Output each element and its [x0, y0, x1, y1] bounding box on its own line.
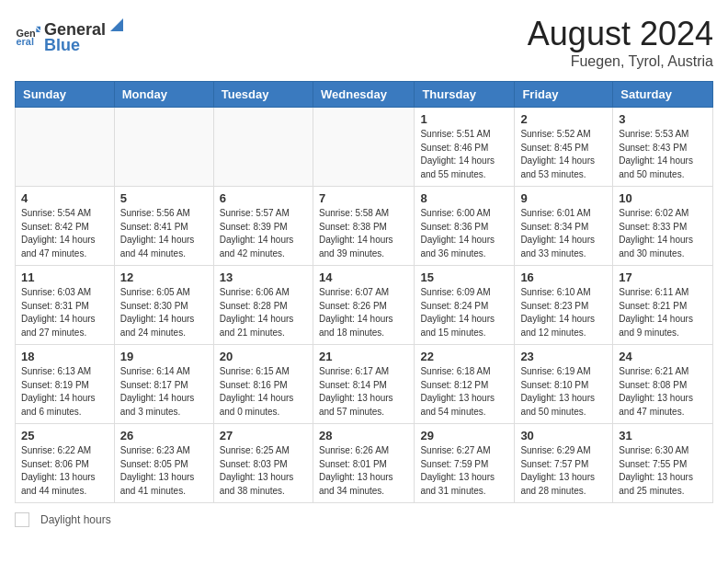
day-number: 26	[120, 429, 208, 442]
calendar-subtitle: Fuegen, Tyrol, Austria	[528, 53, 713, 70]
calendar-cell: 27Sunrise: 6:25 AM Sunset: 8:03 PM Dayli…	[213, 424, 313, 503]
day-info: Sunrise: 6:22 AM Sunset: 8:06 PM Dayligh…	[21, 444, 108, 498]
day-number: 8	[420, 191, 508, 205]
calendar-cell: 26Sunrise: 6:23 AM Sunset: 8:05 PM Dayli…	[114, 424, 213, 503]
day-info: Sunrise: 6:02 AM Sunset: 8:33 PM Dayligh…	[619, 207, 707, 260]
week-row-5: 25Sunrise: 6:22 AM Sunset: 8:06 PM Dayli…	[16, 424, 713, 503]
calendar-cell: 31Sunrise: 6:30 AM Sunset: 7:55 PM Dayli…	[613, 424, 713, 503]
day-number: 1	[420, 112, 508, 126]
day-number: 6	[220, 191, 307, 205]
calendar-cell: 19Sunrise: 6:14 AM Sunset: 8:17 PM Dayli…	[114, 345, 213, 424]
logo: Gen eral General Blue	[15, 15, 128, 55]
calendar-cell: 4Sunrise: 5:54 AM Sunset: 8:42 PM Daylig…	[16, 187, 115, 266]
day-number: 18	[21, 350, 108, 363]
calendar-cell: 16Sunrise: 6:10 AM Sunset: 8:23 PM Dayli…	[515, 266, 613, 345]
day-number: 5	[120, 191, 208, 205]
logo-text: General Blue	[44, 15, 128, 55]
day-info: Sunrise: 6:06 AM Sunset: 8:28 PM Dayligh…	[220, 286, 307, 339]
week-row-3: 11Sunrise: 6:03 AM Sunset: 8:31 PM Dayli…	[16, 266, 713, 345]
day-info: Sunrise: 6:29 AM Sunset: 7:57 PM Dayligh…	[520, 444, 607, 498]
legend-label: Daylight hours	[40, 513, 111, 526]
svg-marker-4	[110, 18, 123, 31]
calendar-table: Sunday Monday Tuesday Wednesday Thursday…	[15, 81, 713, 503]
day-info: Sunrise: 6:05 AM Sunset: 8:30 PM Dayligh…	[120, 286, 208, 339]
day-number: 21	[319, 350, 408, 363]
day-info: Sunrise: 6:21 AM Sunset: 8:08 PM Dayligh…	[619, 365, 707, 419]
day-info: Sunrise: 5:52 AM Sunset: 8:45 PM Dayligh…	[520, 128, 607, 181]
calendar-cell: 12Sunrise: 6:05 AM Sunset: 8:30 PM Dayli…	[114, 266, 213, 345]
day-info: Sunrise: 6:01 AM Sunset: 8:34 PM Dayligh…	[520, 207, 607, 260]
day-number: 9	[520, 191, 607, 205]
day-info: Sunrise: 5:57 AM Sunset: 8:39 PM Dayligh…	[220, 207, 307, 260]
calendar-footer: Daylight hours	[15, 512, 713, 527]
calendar-cell: 21Sunrise: 6:17 AM Sunset: 8:14 PM Dayli…	[313, 345, 414, 424]
header-saturday: Saturday	[613, 82, 713, 108]
day-info: Sunrise: 6:25 AM Sunset: 8:03 PM Dayligh…	[220, 444, 307, 498]
calendar-cell	[16, 108, 115, 187]
calendar-cell: 24Sunrise: 6:21 AM Sunset: 8:08 PM Dayli…	[613, 345, 713, 424]
day-info: Sunrise: 6:13 AM Sunset: 8:19 PM Dayligh…	[21, 365, 108, 419]
page-header: Gen eral General Blue August 2024 Fuegen…	[15, 15, 713, 70]
calendar-cell: 20Sunrise: 6:15 AM Sunset: 8:16 PM Dayli…	[213, 345, 313, 424]
day-number: 19	[120, 350, 208, 363]
day-info: Sunrise: 6:18 AM Sunset: 8:12 PM Dayligh…	[420, 365, 508, 419]
calendar-cell: 5Sunrise: 5:56 AM Sunset: 8:41 PM Daylig…	[114, 187, 213, 266]
day-info: Sunrise: 6:14 AM Sunset: 8:17 PM Dayligh…	[120, 365, 208, 419]
day-info: Sunrise: 6:10 AM Sunset: 8:23 PM Dayligh…	[520, 286, 607, 339]
day-info: Sunrise: 6:15 AM Sunset: 8:16 PM Dayligh…	[220, 365, 307, 419]
day-info: Sunrise: 6:03 AM Sunset: 8:31 PM Dayligh…	[21, 286, 108, 339]
day-info: Sunrise: 6:00 AM Sunset: 8:36 PM Dayligh…	[420, 207, 508, 260]
calendar-cell: 13Sunrise: 6:06 AM Sunset: 8:28 PM Dayli…	[213, 266, 313, 345]
day-info: Sunrise: 5:53 AM Sunset: 8:43 PM Dayligh…	[619, 128, 707, 181]
week-row-2: 4Sunrise: 5:54 AM Sunset: 8:42 PM Daylig…	[16, 187, 713, 266]
day-number: 2	[520, 112, 607, 126]
day-info: Sunrise: 5:51 AM Sunset: 8:46 PM Dayligh…	[420, 128, 508, 181]
calendar-cell: 8Sunrise: 6:00 AM Sunset: 8:36 PM Daylig…	[415, 187, 515, 266]
calendar-cell	[213, 108, 313, 187]
calendar-cell: 22Sunrise: 6:18 AM Sunset: 8:12 PM Dayli…	[415, 345, 515, 424]
svg-text:eral: eral	[17, 36, 34, 47]
day-info: Sunrise: 5:56 AM Sunset: 8:41 PM Dayligh…	[120, 207, 208, 260]
calendar-cell	[114, 108, 213, 187]
calendar-cell: 7Sunrise: 5:58 AM Sunset: 8:38 PM Daylig…	[313, 187, 414, 266]
day-number: 23	[520, 350, 607, 363]
day-info: Sunrise: 6:30 AM Sunset: 7:55 PM Dayligh…	[619, 444, 707, 498]
header-monday: Monday	[114, 82, 213, 108]
calendar-cell: 30Sunrise: 6:29 AM Sunset: 7:57 PM Dayli…	[515, 424, 613, 503]
day-number: 4	[21, 191, 108, 205]
day-info: Sunrise: 6:26 AM Sunset: 8:01 PM Dayligh…	[319, 444, 408, 498]
day-number: 27	[220, 429, 307, 442]
day-number: 22	[420, 350, 508, 363]
logo-icon: Gen eral	[15, 22, 40, 48]
day-number: 13	[220, 270, 307, 284]
day-number: 28	[319, 429, 408, 442]
day-number: 7	[319, 191, 408, 205]
day-info: Sunrise: 6:27 AM Sunset: 7:59 PM Dayligh…	[420, 444, 508, 498]
logo-triangle-icon	[107, 15, 127, 35]
header-friday: Friday	[515, 82, 613, 108]
header-wednesday: Wednesday	[313, 82, 414, 108]
calendar-cell: 23Sunrise: 6:19 AM Sunset: 8:10 PM Dayli…	[515, 345, 613, 424]
day-info: Sunrise: 6:17 AM Sunset: 8:14 PM Dayligh…	[319, 365, 408, 419]
day-number: 3	[619, 112, 707, 126]
day-info: Sunrise: 6:07 AM Sunset: 8:26 PM Dayligh…	[319, 286, 408, 339]
day-number: 14	[319, 270, 408, 284]
calendar-cell: 18Sunrise: 6:13 AM Sunset: 8:19 PM Dayli…	[16, 345, 115, 424]
day-number: 16	[520, 270, 607, 284]
title-block: August 2024 Fuegen, Tyrol, Austria	[528, 15, 713, 70]
day-number: 25	[21, 429, 108, 442]
day-info: Sunrise: 5:54 AM Sunset: 8:42 PM Dayligh…	[21, 207, 108, 260]
day-info: Sunrise: 5:58 AM Sunset: 8:38 PM Dayligh…	[319, 207, 408, 260]
days-header-row: Sunday Monday Tuesday Wednesday Thursday…	[16, 82, 713, 108]
calendar-cell: 28Sunrise: 6:26 AM Sunset: 8:01 PM Dayli…	[313, 424, 414, 503]
day-info: Sunrise: 6:23 AM Sunset: 8:05 PM Dayligh…	[120, 444, 208, 498]
calendar-cell: 1Sunrise: 5:51 AM Sunset: 8:46 PM Daylig…	[415, 108, 515, 187]
week-row-1: 1Sunrise: 5:51 AM Sunset: 8:46 PM Daylig…	[16, 108, 713, 187]
calendar-cell: 10Sunrise: 6:02 AM Sunset: 8:33 PM Dayli…	[613, 187, 713, 266]
calendar-cell: 17Sunrise: 6:11 AM Sunset: 8:21 PM Dayli…	[613, 266, 713, 345]
day-info: Sunrise: 6:11 AM Sunset: 8:21 PM Dayligh…	[619, 286, 707, 339]
calendar-cell: 29Sunrise: 6:27 AM Sunset: 7:59 PM Dayli…	[415, 424, 515, 503]
day-number: 24	[619, 350, 707, 363]
calendar-cell: 3Sunrise: 5:53 AM Sunset: 8:43 PM Daylig…	[613, 108, 713, 187]
calendar-cell	[313, 108, 414, 187]
